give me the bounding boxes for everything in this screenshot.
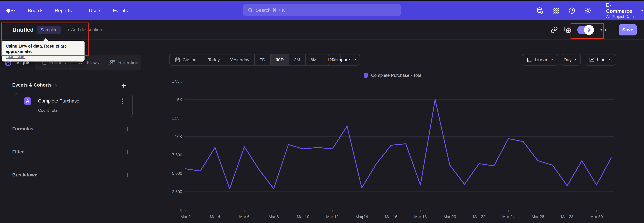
nav-item-label: Events (113, 8, 128, 14)
event-metric[interactable]: Count Total (38, 108, 58, 113)
svg-text:Mar 18: Mar 18 (414, 214, 427, 219)
logo-dot (12, 10, 13, 12)
svg-text:10K: 10K (175, 134, 182, 139)
range-30d[interactable]: 30D (270, 54, 289, 65)
search-input[interactable]: Search ⌘ + K (243, 4, 401, 16)
svg-text:2,500: 2,500 (172, 189, 182, 194)
chevron-down-icon (574, 58, 578, 62)
section-breakdown: Breakdown (12, 171, 131, 179)
add-formula-button[interactable] (124, 125, 131, 133)
chart-type-selector[interactable]: Line (585, 54, 616, 66)
range-7d[interactable]: 7D (254, 54, 270, 65)
apps-grid-icon[interactable] (552, 7, 560, 15)
range-label: 3M (294, 57, 300, 62)
svg-text:0: 0 (180, 208, 182, 212)
svg-text:Mar 24: Mar 24 (502, 214, 515, 219)
top-nav: Boards Reports Users Events Search ⌘ + K (0, 1, 644, 20)
nav-item-label: Boards (28, 8, 43, 14)
scale-label: Linear (535, 57, 547, 62)
interval-label: Day (564, 57, 572, 62)
help-icon[interactable] (568, 7, 576, 15)
project-selector[interactable]: E-Commerce All Project Data (606, 2, 644, 19)
svg-text:17.5K: 17.5K (172, 79, 182, 83)
line-chart[interactable]: 02,5005,0007,50010K12.5K15K17.5KMar 2Mar… (168, 77, 620, 222)
section-label: Filter (12, 149, 24, 155)
svg-text:Mar 30: Mar 30 (590, 214, 603, 219)
chevron-down-icon (640, 9, 644, 13)
kebab-menu-icon[interactable] (119, 98, 126, 105)
project-name: E-Commerce (606, 2, 636, 14)
chart-type-label: Line (597, 57, 606, 62)
compare-button[interactable]: Compare (328, 54, 360, 66)
range-today[interactable]: Today (203, 54, 225, 65)
add-event-button[interactable] (120, 82, 128, 89)
range-yesterday[interactable]: Yesterday (225, 54, 254, 65)
logo-dot (14, 10, 15, 11)
tooltip-learn-more-link[interactable]: Learn More (6, 54, 81, 59)
tab-retention[interactable]: Retention (106, 55, 141, 70)
tooltip-text: Using 10% of data. Results are approxima… (6, 43, 81, 54)
event-card[interactable]: A Complete Purchase Count Total (15, 93, 133, 117)
sampled-badge[interactable]: Sampled (37, 26, 61, 34)
svg-text:Mar 20: Mar 20 (444, 214, 456, 219)
project-scope: All Project Data (606, 14, 636, 19)
data-management-icon[interactable] (536, 7, 544, 15)
plus-icon (120, 82, 127, 89)
save-button[interactable]: Save (619, 24, 636, 36)
toggle-knob (584, 25, 594, 35)
svg-text:Mar 16: Mar 16 (385, 214, 398, 219)
add-description[interactable]: + Add description... (67, 27, 106, 32)
chart-area: Custom Today Yesterday 7D 30D 3M 6M 12M … (142, 40, 644, 223)
linear-scale-icon (526, 57, 532, 63)
nav-item-boards[interactable]: Boards (28, 8, 43, 14)
calendar-icon (174, 57, 180, 63)
nav-item-label: Reports (55, 8, 72, 14)
sampling-tooltip: Using 10% of data. Results are approxima… (2, 41, 84, 61)
report-header: Untitled Sampled + Add description... Sa… (0, 20, 644, 40)
project-text: E-Commerce All Project Data (606, 2, 636, 19)
add-filter-button[interactable] (124, 148, 131, 156)
svg-text:Mar 6: Mar 6 (239, 214, 250, 219)
svg-text:Mar 26: Mar 26 (532, 214, 544, 219)
mixpanel-logo[interactable] (6, 9, 15, 13)
page-number-button[interactable]: 1 (359, 214, 366, 221)
sampling-toggle[interactable] (577, 26, 594, 34)
svg-text:Mar 28: Mar 28 (561, 214, 574, 219)
compare-label: Compare (332, 57, 350, 62)
chevron-down-icon (608, 58, 612, 62)
query-sidebar: Insights Funnels Flows Retention (0, 40, 142, 223)
range-custom[interactable]: Custom (170, 54, 203, 65)
add-breakdown-button[interactable] (124, 171, 131, 179)
nav-right: E-Commerce All Project Data (536, 1, 644, 20)
tab-label: Retention (118, 60, 138, 65)
copy-to-board-icon[interactable] (564, 26, 572, 34)
nav-item-events[interactable]: Events (113, 8, 128, 14)
nav-item-reports[interactable]: Reports (55, 8, 78, 14)
events-cohorts-header[interactable]: Events & Cohorts (12, 82, 58, 88)
range-6m[interactable]: 6M (305, 54, 322, 65)
link-icon[interactable] (550, 26, 558, 34)
nav-menu: Boards Reports Users Events (28, 8, 128, 14)
line-chart-svg: 02,5005,0007,50010K12.5K15K17.5KMar 2Mar… (168, 77, 620, 222)
chevron-down-icon (353, 58, 356, 62)
settings-gear-icon[interactable] (584, 7, 592, 15)
section-label: Breakdown (12, 172, 38, 178)
scale-selector[interactable]: Linear (522, 54, 558, 66)
section-formulas: Formulas (12, 125, 131, 133)
range-3m[interactable]: 3M (289, 54, 305, 65)
more-dots-icon[interactable] (600, 26, 607, 34)
report-title[interactable]: Untitled (12, 27, 34, 33)
svg-text:Mar 4: Mar 4 (210, 214, 220, 219)
svg-text:Mar 2: Mar 2 (180, 214, 191, 219)
interval-selector[interactable]: Day (561, 54, 581, 66)
svg-text:Mar 12: Mar 12 (326, 214, 339, 219)
range-label: 7D (260, 57, 265, 62)
plus-icon (124, 126, 130, 132)
range-label: 6M (310, 57, 317, 62)
range-label: Today (208, 57, 220, 62)
nav-item-label: Users (89, 8, 102, 14)
search-icon (248, 8, 253, 13)
nav-item-users[interactable]: Users (89, 8, 102, 14)
events-cohorts-label: Events & Cohorts (12, 82, 52, 88)
svg-text:7,500: 7,500 (172, 153, 182, 157)
